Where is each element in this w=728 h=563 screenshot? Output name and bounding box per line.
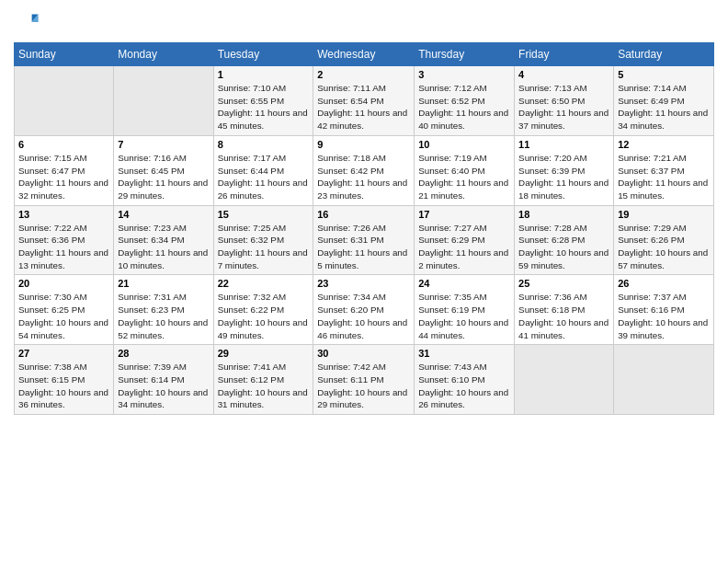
day-number: 13 bbox=[18, 209, 109, 220]
col-header-friday: Friday bbox=[515, 43, 614, 66]
calendar-cell: 15Sunrise: 7:25 AM Sunset: 6:32 PM Dayli… bbox=[213, 205, 313, 275]
day-number: 29 bbox=[218, 348, 310, 359]
calendar-cell: 9Sunrise: 7:18 AM Sunset: 6:42 PM Daylig… bbox=[313, 135, 415, 205]
calendar-cell bbox=[15, 66, 114, 136]
calendar-cell: 16Sunrise: 7:26 AM Sunset: 6:31 PM Dayli… bbox=[313, 205, 415, 275]
day-number: 27 bbox=[18, 348, 109, 359]
day-info: Sunrise: 7:28 AM Sunset: 6:28 PM Dayligh… bbox=[518, 222, 609, 272]
calendar-cell: 4Sunrise: 7:13 AM Sunset: 6:50 PM Daylig… bbox=[515, 66, 614, 136]
day-number: 20 bbox=[18, 278, 109, 289]
day-info: Sunrise: 7:22 AM Sunset: 6:36 PM Dayligh… bbox=[18, 222, 109, 272]
col-header-wednesday: Wednesday bbox=[313, 43, 415, 66]
day-number: 3 bbox=[418, 69, 510, 80]
day-number: 18 bbox=[518, 209, 609, 220]
day-number: 19 bbox=[618, 209, 710, 220]
day-info: Sunrise: 7:26 AM Sunset: 6:31 PM Dayligh… bbox=[317, 222, 410, 272]
calendar-cell: 1Sunrise: 7:10 AM Sunset: 6:55 PM Daylig… bbox=[213, 66, 313, 136]
calendar-cell: 24Sunrise: 7:35 AM Sunset: 6:19 PM Dayli… bbox=[415, 275, 515, 345]
col-header-tuesday: Tuesday bbox=[213, 43, 313, 66]
day-info: Sunrise: 7:43 AM Sunset: 6:10 PM Dayligh… bbox=[418, 361, 510, 411]
day-info: Sunrise: 7:32 AM Sunset: 6:22 PM Dayligh… bbox=[218, 291, 310, 341]
day-number: 14 bbox=[118, 209, 209, 220]
header bbox=[14, 9, 714, 35]
day-number: 15 bbox=[218, 209, 310, 220]
calendar-header-row: SundayMondayTuesdayWednesdayThursdayFrid… bbox=[15, 43, 714, 66]
calendar-cell: 27Sunrise: 7:38 AM Sunset: 6:15 PM Dayli… bbox=[15, 345, 114, 415]
calendar-cell: 17Sunrise: 7:27 AM Sunset: 6:29 PM Dayli… bbox=[415, 205, 515, 275]
calendar-cell: 2Sunrise: 7:11 AM Sunset: 6:54 PM Daylig… bbox=[313, 66, 415, 136]
day-number: 26 bbox=[618, 278, 710, 289]
calendar-cell: 29Sunrise: 7:41 AM Sunset: 6:12 PM Dayli… bbox=[213, 345, 313, 415]
day-number: 6 bbox=[18, 139, 109, 150]
day-number: 31 bbox=[418, 348, 510, 359]
day-number: 2 bbox=[317, 69, 410, 80]
calendar-cell: 18Sunrise: 7:28 AM Sunset: 6:28 PM Dayli… bbox=[515, 205, 614, 275]
calendar-cell: 30Sunrise: 7:42 AM Sunset: 6:11 PM Dayli… bbox=[313, 345, 415, 415]
col-header-saturday: Saturday bbox=[614, 43, 714, 66]
calendar-cell: 7Sunrise: 7:16 AM Sunset: 6:45 PM Daylig… bbox=[114, 135, 213, 205]
calendar-cell: 8Sunrise: 7:17 AM Sunset: 6:44 PM Daylig… bbox=[213, 135, 313, 205]
calendar-cell: 12Sunrise: 7:21 AM Sunset: 6:37 PM Dayli… bbox=[614, 135, 714, 205]
day-info: Sunrise: 7:27 AM Sunset: 6:29 PM Dayligh… bbox=[418, 222, 510, 272]
day-info: Sunrise: 7:29 AM Sunset: 6:26 PM Dayligh… bbox=[618, 222, 710, 272]
calendar-cell: 20Sunrise: 7:30 AM Sunset: 6:25 PM Dayli… bbox=[15, 275, 114, 345]
day-number: 9 bbox=[317, 139, 410, 150]
day-info: Sunrise: 7:12 AM Sunset: 6:52 PM Dayligh… bbox=[418, 82, 510, 132]
day-info: Sunrise: 7:23 AM Sunset: 6:34 PM Dayligh… bbox=[118, 222, 209, 272]
day-number: 24 bbox=[418, 278, 510, 289]
calendar-cell: 19Sunrise: 7:29 AM Sunset: 6:26 PM Dayli… bbox=[614, 205, 714, 275]
calendar-week-row: 20Sunrise: 7:30 AM Sunset: 6:25 PM Dayli… bbox=[15, 275, 714, 345]
calendar-week-row: 6Sunrise: 7:15 AM Sunset: 6:47 PM Daylig… bbox=[15, 135, 714, 205]
calendar-page: SundayMondayTuesdayWednesdayThursdayFrid… bbox=[0, 0, 728, 563]
calendar-cell: 13Sunrise: 7:22 AM Sunset: 6:36 PM Dayli… bbox=[15, 205, 114, 275]
calendar-cell: 11Sunrise: 7:20 AM Sunset: 6:39 PM Dayli… bbox=[515, 135, 614, 205]
day-number: 17 bbox=[418, 209, 510, 220]
day-info: Sunrise: 7:34 AM Sunset: 6:20 PM Dayligh… bbox=[317, 291, 410, 341]
day-number: 28 bbox=[118, 348, 209, 359]
day-info: Sunrise: 7:18 AM Sunset: 6:42 PM Dayligh… bbox=[317, 152, 410, 202]
day-info: Sunrise: 7:41 AM Sunset: 6:12 PM Dayligh… bbox=[218, 361, 310, 411]
day-number: 21 bbox=[118, 278, 209, 289]
day-info: Sunrise: 7:31 AM Sunset: 6:23 PM Dayligh… bbox=[118, 291, 209, 341]
day-number: 16 bbox=[317, 209, 410, 220]
day-info: Sunrise: 7:35 AM Sunset: 6:19 PM Dayligh… bbox=[418, 291, 510, 341]
day-info: Sunrise: 7:13 AM Sunset: 6:50 PM Dayligh… bbox=[518, 82, 609, 132]
col-header-monday: Monday bbox=[114, 43, 213, 66]
day-info: Sunrise: 7:37 AM Sunset: 6:16 PM Dayligh… bbox=[618, 291, 710, 341]
day-info: Sunrise: 7:42 AM Sunset: 6:11 PM Dayligh… bbox=[317, 361, 410, 411]
day-number: 10 bbox=[418, 139, 510, 150]
calendar-cell: 14Sunrise: 7:23 AM Sunset: 6:34 PM Dayli… bbox=[114, 205, 213, 275]
col-header-sunday: Sunday bbox=[15, 43, 114, 66]
day-number: 7 bbox=[118, 139, 209, 150]
day-info: Sunrise: 7:36 AM Sunset: 6:18 PM Dayligh… bbox=[518, 291, 609, 341]
calendar-cell: 25Sunrise: 7:36 AM Sunset: 6:18 PM Dayli… bbox=[515, 275, 614, 345]
calendar-cell: 26Sunrise: 7:37 AM Sunset: 6:16 PM Dayli… bbox=[614, 275, 714, 345]
day-info: Sunrise: 7:16 AM Sunset: 6:45 PM Dayligh… bbox=[118, 152, 209, 202]
day-info: Sunrise: 7:21 AM Sunset: 6:37 PM Dayligh… bbox=[618, 152, 710, 202]
logo bbox=[14, 9, 43, 35]
calendar-cell bbox=[114, 66, 213, 136]
calendar-cell: 5Sunrise: 7:14 AM Sunset: 6:49 PM Daylig… bbox=[614, 66, 714, 136]
day-number: 25 bbox=[518, 278, 609, 289]
calendar-cell: 21Sunrise: 7:31 AM Sunset: 6:23 PM Dayli… bbox=[114, 275, 213, 345]
day-number: 8 bbox=[218, 139, 310, 150]
day-info: Sunrise: 7:25 AM Sunset: 6:32 PM Dayligh… bbox=[218, 222, 310, 272]
day-info: Sunrise: 7:39 AM Sunset: 6:14 PM Dayligh… bbox=[118, 361, 209, 411]
calendar-cell: 23Sunrise: 7:34 AM Sunset: 6:20 PM Dayli… bbox=[313, 275, 415, 345]
calendar-week-row: 13Sunrise: 7:22 AM Sunset: 6:36 PM Dayli… bbox=[15, 205, 714, 275]
day-info: Sunrise: 7:15 AM Sunset: 6:47 PM Dayligh… bbox=[18, 152, 109, 202]
calendar-cell: 10Sunrise: 7:19 AM Sunset: 6:40 PM Dayli… bbox=[415, 135, 515, 205]
day-info: Sunrise: 7:10 AM Sunset: 6:55 PM Dayligh… bbox=[218, 82, 310, 132]
calendar-week-row: 27Sunrise: 7:38 AM Sunset: 6:15 PM Dayli… bbox=[15, 345, 714, 415]
day-info: Sunrise: 7:20 AM Sunset: 6:39 PM Dayligh… bbox=[518, 152, 609, 202]
calendar-cell: 3Sunrise: 7:12 AM Sunset: 6:52 PM Daylig… bbox=[415, 66, 515, 136]
day-info: Sunrise: 7:30 AM Sunset: 6:25 PM Dayligh… bbox=[18, 291, 109, 341]
calendar-cell bbox=[614, 345, 714, 415]
calendar-cell: 28Sunrise: 7:39 AM Sunset: 6:14 PM Dayli… bbox=[114, 345, 213, 415]
calendar-cell: 22Sunrise: 7:32 AM Sunset: 6:22 PM Dayli… bbox=[213, 275, 313, 345]
calendar-week-row: 1Sunrise: 7:10 AM Sunset: 6:55 PM Daylig… bbox=[15, 66, 714, 136]
day-info: Sunrise: 7:19 AM Sunset: 6:40 PM Dayligh… bbox=[418, 152, 510, 202]
calendar-table: SundayMondayTuesdayWednesdayThursdayFrid… bbox=[14, 42, 714, 415]
day-number: 30 bbox=[317, 348, 410, 359]
col-header-thursday: Thursday bbox=[415, 43, 515, 66]
